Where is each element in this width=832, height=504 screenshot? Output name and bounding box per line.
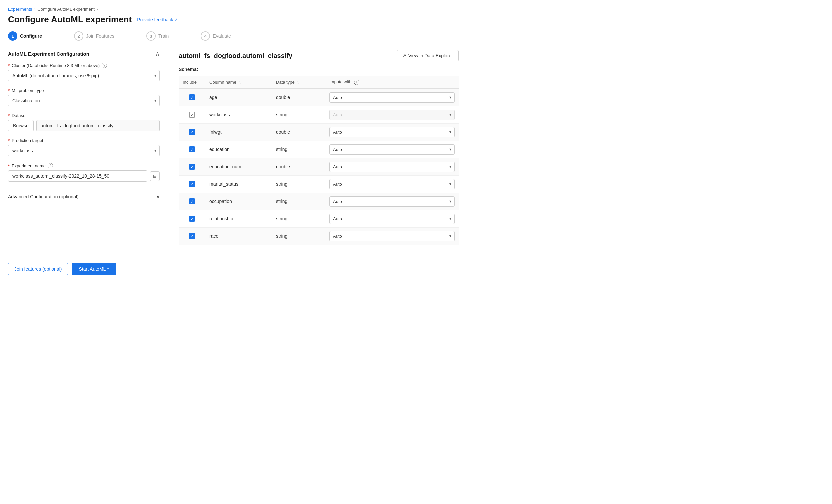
prediction-select-wrapper: workclass ▾ xyxy=(8,145,160,156)
step-join-features[interactable]: 2 Join Features xyxy=(74,31,114,41)
start-automl-button[interactable]: Start AutoML » xyxy=(72,263,116,275)
checkbox-checked[interactable]: ✓ xyxy=(189,146,195,152)
column-name-cell: race xyxy=(205,227,272,245)
table-row: ✓marital_statusstringAuto▾ xyxy=(179,175,459,193)
breadcrumb: Experiments › Configure AutoML experimen… xyxy=(8,7,459,12)
feedback-label: Provide feedback xyxy=(137,17,173,22)
right-panel: automl_fs_dogfood.automl_classify ↗ View… xyxy=(168,50,459,245)
step-connector-1 xyxy=(45,36,71,36)
table-row: ✓relationshipstringAuto▾ xyxy=(179,210,459,227)
table-row: ✓educationstringAuto▾ xyxy=(179,141,459,158)
table-row: ✓occupationstringAuto▾ xyxy=(179,193,459,210)
include-cell: ✓ xyxy=(179,158,205,175)
experiment-help-icon[interactable]: ? xyxy=(48,163,53,168)
impute-cell: Auto▾ xyxy=(325,175,459,193)
cluster-label: * Cluster (Databricks Runtime 8.3 ML or … xyxy=(8,63,160,68)
dataset-title: automl_fs_dogfood.automl_classify xyxy=(179,52,292,60)
include-cell: ✓ xyxy=(179,210,205,227)
data-type-cell: string xyxy=(272,210,325,227)
schema-table: Include Column name ⇅ Data type ⇅ Impute… xyxy=(179,76,459,245)
dataset-form-group: * Dataset Browse xyxy=(8,113,160,131)
page-header: Configure AutoML experiment Provide feed… xyxy=(8,14,459,25)
step-connector-3 xyxy=(171,36,198,36)
step-3-label: Train xyxy=(158,33,169,39)
impute-select[interactable]: Auto xyxy=(329,196,455,207)
impute-select[interactable]: Auto xyxy=(329,144,455,155)
browse-button[interactable]: Browse xyxy=(8,120,34,131)
checkbox-checked[interactable]: ✓ xyxy=(189,164,195,170)
prediction-select[interactable]: workclass xyxy=(8,145,160,156)
join-features-button[interactable]: Join features (optional) xyxy=(8,263,68,275)
col-header-impute: Impute with i xyxy=(325,76,459,89)
data-type-cell: double xyxy=(272,158,325,175)
checkbox-checked[interactable]: ✓ xyxy=(189,129,195,135)
column-name-cell: occupation xyxy=(205,193,272,210)
ml-problem-select-wrapper: Classification Regression Forecasting ▾ xyxy=(8,95,160,106)
ml-problem-label: * ML problem type xyxy=(8,88,160,93)
impute-select[interactable]: Auto xyxy=(329,231,455,241)
column-name-cell: education_num xyxy=(205,158,272,175)
impute-select[interactable]: Auto xyxy=(329,162,455,172)
data-type-sort-icon: ⇅ xyxy=(297,81,300,84)
step-train[interactable]: 3 Train xyxy=(146,31,169,41)
prediction-label: * Prediction target xyxy=(8,138,160,143)
step-1-label: Configure xyxy=(20,33,42,39)
main-layout: AutoML Experiment Configuration ∧ * Clus… xyxy=(8,50,459,245)
col-header-column-name[interactable]: Column name ⇅ xyxy=(205,76,272,89)
data-type-cell: string xyxy=(272,227,325,245)
ml-problem-form-group: * ML problem type Classification Regress… xyxy=(8,88,160,106)
collapse-icon[interactable]: ∧ xyxy=(155,50,160,57)
col-header-data-type[interactable]: Data type ⇅ xyxy=(272,76,325,89)
checkbox-checked[interactable]: ✓ xyxy=(189,216,195,222)
view-explorer-button[interactable]: ↗ View in Data Explorer xyxy=(397,50,459,61)
breadcrumb-sep-2: › xyxy=(97,7,98,12)
feedback-link[interactable]: Provide feedback ↗ xyxy=(137,17,178,22)
column-name-cell: fnlwgt xyxy=(205,123,272,141)
step-evaluate[interactable]: 4 Evaluate xyxy=(201,31,231,41)
ml-problem-select[interactable]: Classification Regression Forecasting xyxy=(8,95,160,106)
impute-info-icon[interactable]: i xyxy=(354,80,359,85)
data-type-cell: double xyxy=(272,89,325,106)
impute-select[interactable]: Auto xyxy=(329,179,455,189)
impute-select[interactable]: Auto xyxy=(329,110,455,120)
table-header-row: automl_fs_dogfood.automl_classify ↗ View… xyxy=(179,50,459,61)
impute-select[interactable]: Auto xyxy=(329,214,455,224)
join-features-label: Join features (optional) xyxy=(14,266,62,272)
include-cell: ✓ xyxy=(179,227,205,245)
breadcrumb-current: Configure AutoML experiment xyxy=(37,7,95,12)
checkbox-checked[interactable]: ✓ xyxy=(189,233,195,239)
step-configure[interactable]: 1 Configure xyxy=(8,31,42,41)
data-type-cell: string xyxy=(272,175,325,193)
include-cell: ✓ xyxy=(179,175,205,193)
start-automl-label: Start AutoML » xyxy=(79,266,109,272)
prediction-form-group: * Prediction target workclass ▾ xyxy=(8,138,160,156)
data-type-cell: string xyxy=(272,193,325,210)
checkbox-checked[interactable]: ✓ xyxy=(189,94,195,100)
advanced-header[interactable]: Advanced Configuration (optional) ∨ xyxy=(8,190,160,203)
experiment-name-input[interactable] xyxy=(8,170,147,182)
step-connector-2 xyxy=(117,36,144,36)
left-panel: AutoML Experiment Configuration ∧ * Clus… xyxy=(8,50,168,245)
impute-select[interactable]: Auto xyxy=(329,127,455,137)
include-cell: ✓ xyxy=(179,141,205,158)
breadcrumb-sep-1: › xyxy=(34,7,35,12)
include-cell: ✓ xyxy=(179,123,205,141)
cluster-help-icon[interactable]: ? xyxy=(102,63,107,68)
checkbox-checked[interactable]: ✓ xyxy=(189,198,195,204)
include-cell: ✓ xyxy=(179,193,205,210)
data-type-cell: string xyxy=(272,141,325,158)
experiment-edit-button[interactable]: ⊟ xyxy=(150,171,160,181)
include-cell: ✓ xyxy=(179,89,205,106)
section-header: AutoML Experiment Configuration ∧ xyxy=(8,50,160,57)
table-row: ✓workclassstringAuto▾ xyxy=(179,106,459,123)
column-name-cell: workclass xyxy=(205,106,272,123)
breadcrumb-experiments[interactable]: Experiments xyxy=(8,7,32,12)
external-icon: ↗ xyxy=(402,53,406,58)
advanced-label: Advanced Configuration (optional) xyxy=(8,194,79,199)
step-3-circle: 3 xyxy=(146,31,156,41)
checkbox-unchecked[interactable]: ✓ xyxy=(189,112,195,118)
cluster-select[interactable]: AutoML (do not attach libraries, use %pi… xyxy=(8,70,160,81)
impute-select[interactable]: Auto xyxy=(329,92,455,103)
checkbox-checked[interactable]: ✓ xyxy=(189,181,195,187)
dataset-input[interactable] xyxy=(36,120,160,131)
